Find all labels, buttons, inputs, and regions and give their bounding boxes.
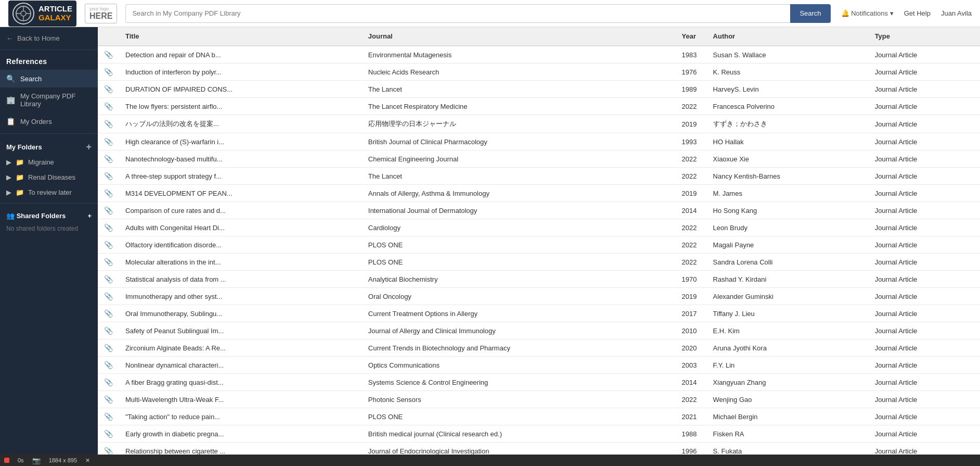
title-cell[interactable]: The low flyers: persistent airflo... <box>119 98 362 115</box>
attachment-icon[interactable]: 📎 <box>104 430 113 438</box>
year-cell: 1989 <box>676 81 707 98</box>
sidebar-folder-migraine[interactable]: ▶ 📁 Migraine <box>0 155 98 170</box>
title-cell[interactable]: M314 DEVELOPMENT OF PEAN... <box>119 185 362 202</box>
title-cell[interactable]: ハッブルの法則の改名を提案... <box>119 115 362 133</box>
attachment-icon[interactable]: 📎 <box>104 68 113 76</box>
title-cell[interactable]: Oral Immunotherapy, Sublingu... <box>119 305 362 322</box>
col-journal[interactable]: Journal <box>362 27 676 46</box>
attachment-icon[interactable]: 📎 <box>104 378 113 386</box>
title-cell[interactable]: A fiber Bragg grating quasi-dist... <box>119 374 362 391</box>
col-year[interactable]: Year <box>676 27 707 46</box>
sidebar-folder-review[interactable]: ▶ 📁 To review later <box>0 185 98 200</box>
attachment-icon[interactable]: 📎 <box>104 309 113 318</box>
type-cell: Journal Article <box>869 46 980 64</box>
search-input[interactable] <box>125 4 790 23</box>
status-time: 0s <box>18 457 24 463</box>
attachment-icon[interactable]: 📎 <box>104 155 113 163</box>
attachment-icon[interactable]: 📎 <box>104 258 113 266</box>
journal-cell: Chemical Engineering Journal <box>362 150 676 168</box>
title-cell[interactable]: Immunotherapy and other syst... <box>119 288 362 305</box>
author-cell: Tiffany J. Lieu <box>707 305 869 322</box>
col-author[interactable]: Author <box>707 27 869 46</box>
add-shared-folder-button[interactable]: + <box>87 212 92 220</box>
attachment-icon[interactable]: 📎 <box>104 361 113 369</box>
attachment-icon[interactable]: 📎 <box>104 241 113 249</box>
title-cell[interactable]: Induction of interferon by polyr... <box>119 64 362 81</box>
brand-galaxy: GALAXY <box>38 14 72 22</box>
journal-cell: Environmental Mutagenesis <box>362 46 676 64</box>
company-logo-label: your logo <box>89 6 112 11</box>
attachment-icon[interactable]: 📎 <box>104 51 113 59</box>
attachment-icon[interactable]: 📎 <box>104 292 113 300</box>
attachment-icon[interactable]: 📎 <box>104 223 113 232</box>
type-cell: Journal Article <box>869 185 980 202</box>
title-cell[interactable]: Statistical analysis of data from ... <box>119 271 362 288</box>
sidebar-folder-renal[interactable]: ▶ 📁 Renal Diseases <box>0 170 98 185</box>
attachment-icon[interactable]: 📎 <box>104 344 113 352</box>
no-shared-folders-label: No shared folders created <box>0 223 98 237</box>
col-title[interactable]: Title <box>119 27 362 46</box>
title-cell[interactable]: Early growth in diabetic pregna... <box>119 425 362 443</box>
table-row: 📎 Relationship between cigarette ... Jou… <box>98 443 980 455</box>
title-cell[interactable]: Molecular alterations in the int... <box>119 254 362 271</box>
title-cell[interactable]: Nanotechnology-based multifu... <box>119 150 362 168</box>
folder-icon: 📁 <box>16 158 24 166</box>
attachment-icon[interactable]: 📎 <box>104 102 113 110</box>
search-button[interactable]: Search <box>790 4 830 23</box>
title-cell[interactable]: High clearance of (S)-warfarin i... <box>119 133 362 150</box>
attachment-icon[interactable]: 📎 <box>104 85 113 93</box>
title-cell[interactable]: Multi-Wavelength Ultra-Weak F... <box>119 391 362 408</box>
title-cell[interactable]: Safety of Peanut Sublingual Im... <box>119 322 362 339</box>
table-row: 📎 M314 DEVELOPMENT OF PEAN... Annals of … <box>98 185 980 202</box>
title-cell[interactable]: Adults with Congenital Heart Di... <box>119 219 362 236</box>
title-cell[interactable]: "Taking action" to reduce pain... <box>119 408 362 425</box>
attachment-icon[interactable]: 📎 <box>104 206 113 215</box>
attachment-icon[interactable]: 📎 <box>104 395 113 404</box>
year-cell: 2019 <box>676 288 707 305</box>
title-cell[interactable]: Nonlinear dynamical characteri... <box>119 357 362 374</box>
title-cell[interactable]: Relationship between cigarette ... <box>119 443 362 455</box>
author-cell: E.H. Kim <box>707 322 869 339</box>
my-folders-label: My Folders <box>6 143 42 151</box>
title-cell[interactable]: Detection and repair of DNA b... <box>119 46 362 64</box>
orders-icon: 📋 <box>6 117 15 125</box>
add-folder-button[interactable]: + <box>86 142 92 152</box>
title-cell[interactable]: A three-step support strategy f... <box>119 168 362 185</box>
journal-cell: Cardiology <box>362 219 676 236</box>
col-type[interactable]: Type <box>869 27 980 46</box>
journal-cell: Systems Science & Control Engineering <box>362 374 676 391</box>
year-cell: 2020 <box>676 339 707 357</box>
author-cell: S. Fukata <box>707 443 869 455</box>
title-cell[interactable]: Comparison of cure rates and d... <box>119 202 362 219</box>
year-cell: 2022 <box>676 391 707 408</box>
sidebar-item-my-orders[interactable]: 📋 My Orders <box>0 112 98 130</box>
journal-cell: Annals of Allergy, Asthma & Immunology <box>362 185 676 202</box>
attachment-icon[interactable]: 📎 <box>104 137 113 146</box>
sidebar-item-search[interactable]: 🔍 Search <box>0 70 98 87</box>
back-to-home-button[interactable]: ← Back to Home <box>0 27 98 50</box>
attachment-icon[interactable]: 📎 <box>104 412 113 421</box>
attachment-icon[interactable]: 📎 <box>104 275 113 283</box>
attachment-icon[interactable]: 📎 <box>104 447 113 455</box>
attach-cell: 📎 <box>98 46 119 64</box>
attachment-icon[interactable]: 📎 <box>104 172 113 180</box>
author-cell: Magali Payne <box>707 236 869 254</box>
sidebar-item-pdf-library[interactable]: 🏢 My Company PDF Library <box>0 87 98 112</box>
close-icon[interactable]: ✕ <box>85 457 90 464</box>
attachment-icon[interactable]: 📎 <box>104 189 113 197</box>
attachment-icon[interactable]: 📎 <box>104 326 113 335</box>
shared-folders-label: 👥 Shared Folders <box>6 212 66 220</box>
title-cell[interactable]: Zirconium Alginate Beads: A Re... <box>119 339 362 357</box>
type-cell: Journal Article <box>869 236 980 254</box>
notifications-label: Notifications <box>851 9 888 17</box>
title-cell[interactable]: DURATION OF IMPAIRED CONS... <box>119 81 362 98</box>
folder-review-label: To review later <box>28 188 72 196</box>
user-menu[interactable]: Juan Avila <box>941 9 972 17</box>
notifications-button[interactable]: 🔔 Notifications ▾ <box>841 9 894 17</box>
get-help-link[interactable]: Get Help <box>904 9 931 17</box>
title-cell[interactable]: Olfactory identification disorde... <box>119 236 362 254</box>
year-cell: 1983 <box>676 46 707 64</box>
folder-renal-label: Renal Diseases <box>28 173 75 181</box>
author-cell: Leon Brudy <box>707 219 869 236</box>
attachment-icon[interactable]: 📎 <box>104 120 113 128</box>
